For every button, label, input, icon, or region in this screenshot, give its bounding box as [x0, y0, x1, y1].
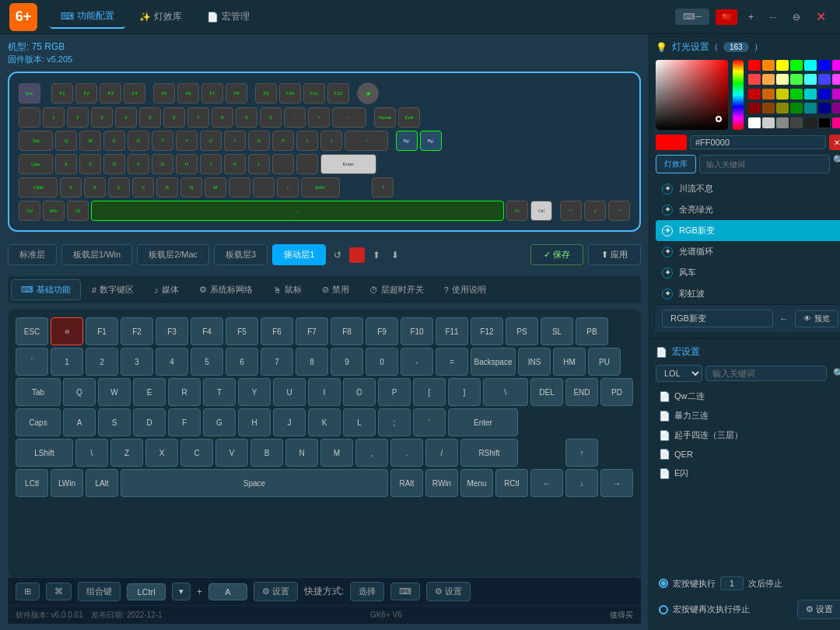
key-f[interactable]: F: [128, 154, 149, 174]
func-tab-basic[interactable]: ⌨ 基础功能: [11, 279, 81, 300]
swatch-18[interactable]: [790, 89, 803, 100]
key-z[interactable]: Z: [60, 177, 82, 198]
vk-period[interactable]: .: [390, 439, 423, 467]
swatch-1[interactable]: [748, 60, 761, 71]
key-d[interactable]: D: [103, 154, 125, 174]
close-button[interactable]: ✕: [811, 8, 831, 26]
key-f7[interactable]: F7: [201, 83, 223, 103]
vk-d[interactable]: D: [133, 408, 166, 436]
swatch-7[interactable]: [832, 60, 840, 71]
key-3[interactable]: 3: [91, 107, 113, 128]
key-x[interactable]: X: [84, 177, 106, 198]
vk-end[interactable]: END: [565, 378, 598, 406]
swatch-19[interactable]: [804, 89, 817, 100]
vk-v[interactable]: V: [215, 439, 248, 467]
effect-rgbshift[interactable]: ✦ RGB新变: [656, 220, 840, 241]
vk-caps[interactable]: Caps: [16, 408, 61, 436]
key-w[interactable]: W: [79, 131, 101, 151]
swatch-16[interactable]: [762, 89, 775, 100]
key-i[interactable]: I: [224, 131, 246, 151]
swatch-3[interactable]: [776, 60, 789, 71]
vk-3[interactable]: 3: [121, 348, 153, 376]
swatch-6[interactable]: [818, 60, 831, 71]
effect-search-input[interactable]: [699, 155, 830, 173]
key-backslash[interactable]: \: [345, 131, 388, 151]
win-button[interactable]: ⊞: [16, 583, 40, 600]
macro-search-input[interactable]: [705, 366, 827, 381]
save-button[interactable]: ✓ 保存: [530, 244, 583, 265]
key-h[interactable]: H: [176, 154, 198, 174]
swatch-30[interactable]: [762, 117, 775, 128]
vk-backslash[interactable]: \: [483, 378, 528, 406]
vk-lshift[interactable]: LShift: [16, 439, 73, 467]
swatch-25[interactable]: [790, 103, 803, 114]
shortcut-select-btn[interactable]: 选择: [350, 582, 384, 601]
vk-ins[interactable]: INS: [518, 348, 551, 376]
key-6[interactable]: 6: [163, 107, 185, 128]
macro-four[interactable]: 📄 起手四连（三层）: [656, 425, 840, 445]
vk-fslash[interactable]: /: [425, 439, 458, 467]
vk-l[interactable]: L: [343, 408, 376, 436]
nav-tab-macro[interactable]: 📄 宏管理: [196, 5, 261, 29]
func-tab-media[interactable]: ♪ 媒体: [145, 279, 188, 300]
layer-tab-2[interactable]: 板载层2/Mac: [137, 244, 209, 265]
func-tab-mouse[interactable]: 🖱 鼠标: [264, 279, 311, 300]
swatch-27[interactable]: [818, 103, 831, 114]
vk-leftarrow[interactable]: ←: [530, 469, 563, 497]
vk-lwin[interactable]: LWin: [51, 469, 83, 497]
vk-t[interactable]: T: [203, 378, 236, 406]
vk-y[interactable]: Y: [238, 378, 271, 406]
key-v[interactable]: V: [132, 177, 154, 198]
key-f10[interactable]: F10: [279, 83, 301, 103]
vk-uparrow[interactable]: ↑: [565, 439, 598, 467]
apply-button[interactable]: ⬆ 应用: [588, 244, 641, 265]
key-lwin[interactable]: Win: [43, 201, 65, 221]
key-1[interactable]: 1: [43, 107, 65, 128]
key-knob[interactable]: ◉: [357, 82, 379, 104]
vk-f5[interactable]: F5: [226, 317, 258, 345]
key-t[interactable]: T: [152, 131, 173, 151]
preview-button[interactable]: 👁 预览: [795, 310, 838, 327]
download-layer-icon[interactable]: ⬇: [388, 250, 402, 261]
swatch-26[interactable]: [804, 103, 817, 114]
mac-button[interactable]: ⌘: [46, 583, 72, 600]
swatch-20[interactable]: [818, 89, 831, 100]
key-rarrow[interactable]: →: [608, 201, 630, 221]
key-rctl[interactable]: Ctrl: [530, 201, 552, 221]
vk-semicolon[interactable]: ;: [378, 408, 411, 436]
vk-lbracket[interactable]: [: [413, 378, 446, 406]
key-c[interactable]: C: [108, 177, 130, 198]
key-m[interactable]: M: [205, 177, 226, 198]
vk-f10[interactable]: F10: [401, 317, 433, 345]
vk-comma[interactable]: ,: [355, 439, 388, 467]
vk-minus-fn[interactable]: ⊖: [51, 317, 83, 345]
swatch-10[interactable]: [776, 74, 789, 85]
vk-a[interactable]: A: [63, 408, 96, 436]
key-esc[interactable]: Esc: [19, 83, 40, 103]
flag-icon[interactable]: 🇨🇳: [716, 9, 737, 25]
search-icon[interactable]: 🔍: [833, 155, 840, 173]
set-button-1[interactable]: ⚙ 设置: [254, 582, 298, 601]
vk-9[interactable]: 9: [331, 348, 363, 376]
key-s[interactable]: S: [79, 154, 101, 174]
key-period[interactable]: .: [253, 177, 275, 198]
key-j[interactable]: J: [200, 154, 222, 174]
swatch-32[interactable]: [790, 117, 803, 128]
vk-i[interactable]: I: [308, 378, 341, 406]
swatch-33[interactable]: [804, 117, 817, 128]
macro-search-icon[interactable]: 🔍: [830, 368, 840, 379]
key-lshift[interactable]: ⇑Shift: [19, 177, 58, 198]
vk-ps[interactable]: PS: [506, 317, 538, 345]
vk-minus[interactable]: -: [401, 348, 433, 376]
vk-equals[interactable]: =: [436, 348, 468, 376]
color-hex-input[interactable]: [690, 135, 826, 149]
macro-settings-button[interactable]: ⚙ 设置: [797, 600, 840, 619]
macro-eflash[interactable]: 📄 E闪: [656, 464, 840, 483]
swatch-28[interactable]: [832, 103, 840, 114]
key-5[interactable]: 5: [139, 107, 161, 128]
key-f11[interactable]: F11: [303, 83, 325, 103]
swatch-14[interactable]: [832, 74, 840, 85]
effect-rainbow[interactable]: ✦ 彩虹波: [656, 283, 840, 304]
key-o[interactable]: O: [248, 131, 270, 151]
vk-downarrow[interactable]: ↓: [565, 469, 598, 497]
